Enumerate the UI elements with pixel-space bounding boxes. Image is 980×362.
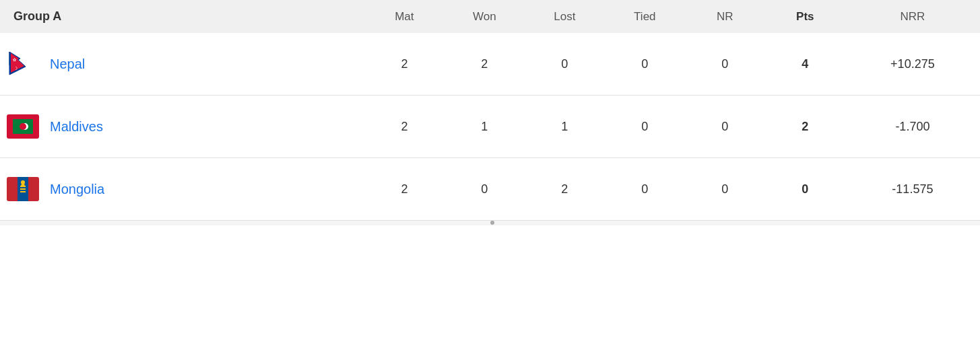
scrollbar-thumb[interactable] [490,221,494,225]
team-cell-mongolia: Mongolia [0,158,364,221]
svg-rect-8 [20,186,26,187]
team-name-nepal[interactable]: Nepal [50,57,85,72]
nepal-mat: 2 [364,33,445,96]
table-row: ☽ ✿ Nepal 2 2 0 0 0 4 +10.275 [0,33,980,96]
col-tied: Tied [605,0,685,33]
standings-table: Group A Mat Won Lost Tied NR Pts NRR [0,0,980,220]
mongolia-nr: 0 [685,158,765,221]
maldives-nr: 0 [685,96,765,158]
nepal-nrr: +10.275 [845,33,980,96]
table-row: Maldives 2 1 1 0 0 2 -1.700 [0,96,980,158]
svg-text:✿: ✿ [13,58,16,62]
mongolia-nrr: -11.575 [845,158,980,221]
maldives-nrr: -1.700 [845,96,980,158]
mongolia-won: 0 [445,158,525,221]
flag-mongolia [7,177,39,201]
svg-rect-10 [20,191,26,192]
table-header-row: Group A Mat Won Lost Tied NR Pts NRR [0,0,980,33]
group-label: Group A [0,0,364,33]
team-name-maldives[interactable]: Maldives [50,119,103,135]
col-nr: NR [685,0,765,33]
mongolia-pts: 0 [765,158,845,221]
col-lost: Lost [525,0,605,33]
mongolia-lost: 2 [525,158,605,221]
col-mat: Mat [364,0,445,33]
team-name-mongolia[interactable]: Mongolia [50,182,104,197]
svg-rect-9 [20,188,26,190]
maldives-mat: 2 [364,96,445,158]
col-nrr: NRR [845,0,980,33]
flag-maldives [7,114,39,139]
team-cell-nepal: ☽ ✿ Nepal [0,33,364,96]
nepal-nr: 0 [685,33,765,96]
table-row: Mongolia 2 0 2 0 0 0 -11.575 [0,158,980,221]
col-won: Won [445,0,525,33]
nepal-won: 2 [445,33,525,96]
maldives-pts: 2 [765,96,845,158]
maldives-won: 1 [445,96,525,158]
nepal-lost: 0 [525,33,605,96]
mongolia-mat: 2 [364,158,445,221]
nepal-pts: 4 [765,33,845,96]
maldives-tied: 0 [605,96,685,158]
team-cell-maldives: Maldives [0,96,364,158]
svg-text:☽: ☽ [13,66,18,71]
scrollbar-area [0,220,980,225]
nepal-tied: 0 [605,33,685,96]
flag-nepal: ☽ ✿ [7,52,39,76]
maldives-lost: 1 [525,96,605,158]
col-pts: Pts [765,0,845,33]
mongolia-tied: 0 [605,158,685,221]
